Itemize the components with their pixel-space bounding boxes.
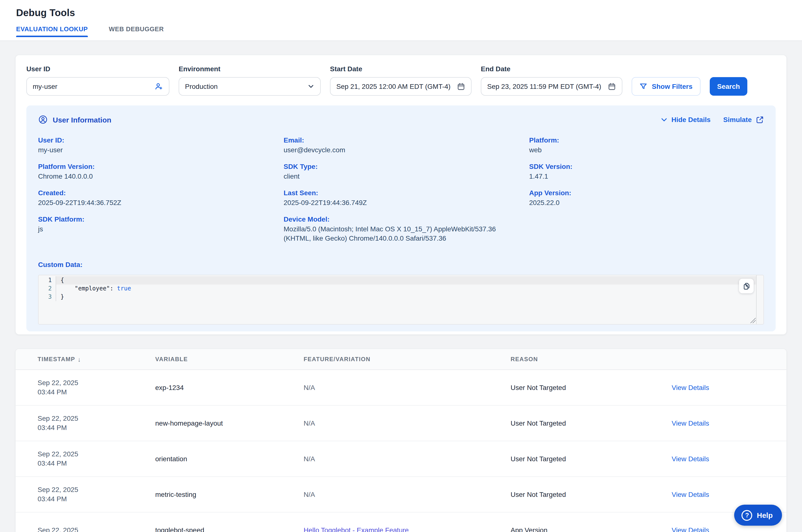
evaluations-table: TIMESTAMP ↓ VARIABLE FEATURE/VARIATION R… bbox=[15, 348, 787, 532]
reason-cell: User Not Targeted bbox=[511, 455, 672, 463]
info-value: 2025-09-22T19:44:36.752Z bbox=[38, 198, 260, 207]
user-information-title: User Information bbox=[53, 115, 111, 124]
end-date-field-group: End Date Sep 23, 2025 11:59 PM EDT (GMT-… bbox=[481, 65, 623, 96]
info-field: Last Seen: 2025-09-22T19:44:36.749Z bbox=[284, 188, 529, 207]
column-header-variable[interactable]: VARIABLE bbox=[155, 356, 304, 363]
user-information-panel: User Information Hide Details Simulate bbox=[26, 106, 776, 331]
info-field: SDK Platform: js bbox=[38, 215, 284, 234]
view-details-link[interactable]: View Details bbox=[672, 384, 775, 392]
table-row: Sep 22, 2025 03:44 PM metric-testing N/A… bbox=[16, 477, 786, 512]
start-date-input[interactable]: Sep 21, 2025 12:00 AM EDT (GMT-4) bbox=[330, 77, 472, 96]
timestamp-cell: Sep 22, 2025 03:44 PM bbox=[38, 414, 155, 433]
table-header-row: TIMESTAMP ↓ VARIABLE FEATURE/VARIATION R… bbox=[16, 349, 786, 370]
info-field: Device Model: Mozilla/5.0 (Macintosh; In… bbox=[284, 215, 529, 243]
chevron-down-icon bbox=[307, 83, 314, 90]
table-row: Sep 22, 2025 03:44 PM exp-1234 N/A User … bbox=[16, 370, 786, 405]
editor-divider bbox=[756, 275, 757, 324]
column-header-feature-variation[interactable]: FEATURE/VARIATION bbox=[304, 356, 511, 363]
view-details-link[interactable]: View Details bbox=[672, 455, 775, 463]
code-line-3: 3} bbox=[39, 293, 763, 301]
chevron-down-icon bbox=[660, 116, 668, 123]
simulate-button[interactable]: Simulate bbox=[723, 115, 764, 124]
code-text: "employee": true bbox=[56, 285, 756, 293]
info-field: Created: 2025-09-22T19:44:36.752Z bbox=[38, 188, 284, 207]
timestamp-cell: Sep 22, 2025 03:44 PM bbox=[38, 378, 155, 397]
view-details-link[interactable]: View Details bbox=[672, 419, 775, 427]
user-info-column-2: Email: user@devcycle.com SDK Type: clien… bbox=[284, 136, 529, 250]
resize-handle[interactable] bbox=[750, 318, 756, 323]
variable-cell: new-homepage-layout bbox=[155, 419, 304, 427]
info-label: SDK Version: bbox=[529, 162, 741, 171]
user-circle-icon bbox=[38, 115, 48, 125]
feature-cell: N/A bbox=[304, 384, 511, 392]
user-info-column-3: Platform: web SDK Version: 1.47.1 App Ve… bbox=[529, 136, 764, 250]
info-label: App Version: bbox=[529, 188, 741, 198]
info-label: Device Model: bbox=[284, 215, 506, 224]
info-label: SDK Platform: bbox=[38, 215, 260, 224]
feature-cell: N/A bbox=[304, 419, 511, 427]
column-header-reason[interactable]: REASON bbox=[511, 356, 672, 363]
start-date-label: Start Date bbox=[330, 65, 472, 73]
custom-data-label: Custom Data: bbox=[38, 261, 764, 268]
info-label: SDK Type: bbox=[284, 162, 506, 171]
reason-cell: User Not Targeted bbox=[511, 491, 672, 498]
info-value: web bbox=[529, 146, 741, 155]
table-row: Sep 22, 2025 03:44 PM orientation N/A Us… bbox=[16, 441, 786, 477]
variable-cell: metric-testing bbox=[155, 491, 304, 498]
help-button[interactable]: ? Help bbox=[734, 505, 782, 526]
end-date-input[interactable]: Sep 23, 2025 11:59 PM EDT (GMT-4) bbox=[481, 77, 623, 96]
external-link-icon bbox=[756, 115, 764, 124]
user-id-input[interactable] bbox=[33, 82, 154, 90]
info-label: Platform Version: bbox=[38, 162, 260, 171]
user-info-grid: User ID: my-user Platform Version: Chrom… bbox=[38, 136, 764, 250]
info-field: SDK Version: 1.47.1 bbox=[529, 162, 764, 181]
info-value: my-user bbox=[38, 146, 260, 155]
row-date: Sep 22, 2025 bbox=[38, 414, 155, 423]
info-field: SDK Type: client bbox=[284, 162, 529, 181]
calendar-icon[interactable] bbox=[608, 82, 616, 91]
question-mark-icon: ? bbox=[742, 510, 752, 520]
info-value: js bbox=[38, 225, 260, 234]
view-details-link[interactable]: View Details bbox=[672, 491, 775, 498]
panel-actions: Hide Details Simulate bbox=[660, 115, 764, 124]
info-field: Platform Version: Chrome 140.0.0.0 bbox=[38, 162, 284, 181]
person-add-icon[interactable] bbox=[154, 82, 163, 91]
variable-cell: orientation bbox=[155, 455, 304, 463]
user-id-field-group: User ID bbox=[26, 65, 169, 96]
view-details-link[interactable]: View Details bbox=[672, 526, 775, 532]
info-value: client bbox=[284, 172, 506, 181]
user-info-column-1: User ID: my-user Platform Version: Chrom… bbox=[38, 136, 284, 250]
timestamp-cell: Sep 22, 2025 03:44 PM bbox=[38, 450, 155, 468]
header-label: REASON bbox=[511, 356, 538, 363]
info-value: 1.47.1 bbox=[529, 172, 741, 181]
filter-funnel-icon bbox=[640, 82, 648, 90]
info-value: 2025.22.0 bbox=[529, 198, 741, 207]
info-value: user@devcycle.com bbox=[284, 146, 506, 155]
column-header-timestamp[interactable]: TIMESTAMP ↓ bbox=[38, 356, 155, 363]
simulate-label: Simulate bbox=[723, 116, 752, 124]
info-field: Email: user@devcycle.com bbox=[284, 136, 529, 155]
user-information-header: User Information Hide Details Simulate bbox=[38, 115, 764, 125]
custom-data-editor[interactable]: 1{ 2 "employee": true 3} bbox=[38, 275, 764, 325]
row-date: Sep 22, 2025 bbox=[38, 526, 155, 532]
copy-button[interactable] bbox=[739, 279, 754, 293]
info-label: Email: bbox=[284, 136, 506, 145]
start-date-field-group: Start Date Sep 21, 2025 12:00 AM EDT (GM… bbox=[330, 65, 472, 96]
copy-icon bbox=[742, 282, 750, 290]
hide-details-button[interactable]: Hide Details bbox=[660, 116, 710, 124]
tab-web-debugger[interactable]: WEB DEBUGGER bbox=[109, 25, 164, 37]
show-filters-button[interactable]: Show Filters bbox=[632, 77, 701, 96]
environment-label: Environment bbox=[179, 65, 321, 73]
environment-select[interactable]: Production bbox=[179, 77, 321, 96]
feature-link[interactable]: Hello Togglebot - Example Feature bbox=[304, 526, 511, 532]
row-date: Sep 22, 2025 bbox=[38, 450, 155, 459]
tab-evaluation-lookup[interactable]: EVALUATION LOOKUP bbox=[16, 25, 88, 37]
variable-cell: exp-1234 bbox=[155, 384, 304, 392]
line-number: 1 bbox=[39, 276, 56, 285]
code-text: } bbox=[56, 293, 756, 301]
search-button[interactable]: Search bbox=[710, 77, 747, 96]
calendar-icon[interactable] bbox=[457, 82, 465, 91]
page-title: Debug Tools bbox=[0, 0, 802, 19]
info-label: Platform: bbox=[529, 136, 741, 145]
search-form: User ID Environment bbox=[26, 65, 776, 96]
